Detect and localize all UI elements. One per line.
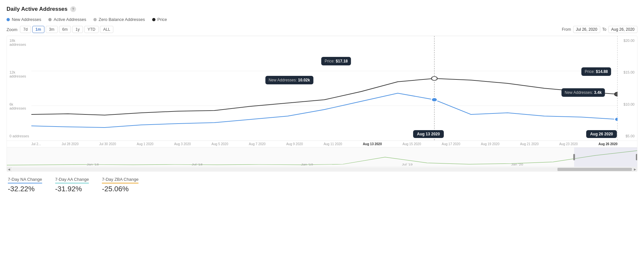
y-right-3: $5.00 (619, 134, 635, 138)
mini-label-jan19: Jan '19 (301, 163, 313, 166)
x-label-6: Aug 7 2020 (249, 142, 266, 146)
chart-svg-area[interactable]: Price: $17.18 New Addresses: 10.02k Pric… (31, 36, 618, 141)
legend-label-active: Active Addresses (54, 17, 86, 22)
scrollbar[interactable]: ◀ ▶ (7, 167, 637, 171)
title-row: Daily Active Addresses ? (7, 6, 637, 12)
zoom-6m[interactable]: 6m (59, 26, 71, 33)
mini-chart[interactable]: Jan '18 Jul '18 Jan '19 Jul '19 Jan '20 (7, 147, 637, 167)
legend-label-zero: Zero Balance Addresses (99, 17, 145, 22)
to-label: To (602, 27, 606, 32)
zoom-3m[interactable]: 3m (46, 26, 58, 33)
mini-chart-svg: Jan '18 Jul '18 Jan '19 Jul '19 Jan '20 (7, 147, 637, 167)
date-tooltip-aug13: Aug 13 2020 (413, 130, 444, 138)
legend-dot-active (48, 18, 52, 21)
legend-active-addresses: Active Addresses (48, 17, 86, 22)
y-axis-right: $20.00 $15.00 $10.00 $5.00 (616, 36, 637, 141)
y-left-0: 18k addresses (9, 39, 30, 46)
x-label-0: Jul 2... (31, 142, 41, 146)
stat-na-change: 7-Day NA Change -32.22% (8, 177, 42, 193)
chart-main: 18k addresses 12k addresses 6k addresses… (7, 36, 637, 141)
zoom-row: Zoom 7d 1m 3m 6m 1y YTD ALL From Jul 26,… (7, 26, 637, 33)
y-right-0: $20.00 (619, 39, 635, 43)
x-label-8: Aug 11 2020 (324, 142, 342, 146)
legend-row: New Addresses Active Addresses Zero Bala… (7, 17, 637, 22)
help-icon[interactable]: ? (70, 6, 76, 12)
date-from[interactable]: Jul 26, 2020 (573, 26, 600, 33)
y-right-1: $15.00 (619, 70, 635, 74)
from-label: From (562, 27, 571, 32)
x-label-15: Aug 26 2020 (598, 142, 617, 146)
mini-label-jan20: Jan '20 (511, 163, 523, 166)
legend-label-new: New Addresses (12, 17, 41, 22)
addr-dot-aug13 (431, 98, 437, 102)
x-label-3: Aug 1 2020 (137, 142, 153, 146)
new-addresses-line (31, 93, 618, 128)
scroll-right-button[interactable]: ▶ (633, 167, 637, 172)
zoom-controls: Zoom 7d 1m 3m 6m 1y YTD ALL (7, 26, 113, 33)
zoom-1m[interactable]: 1m (32, 26, 44, 33)
stat-na-value: -32.22% (8, 185, 42, 193)
zoom-all[interactable]: ALL (100, 26, 113, 33)
x-label-11: Aug 17 2020 (442, 142, 460, 146)
x-label-7: Aug 9 2020 (286, 142, 303, 146)
legend-dot-new (7, 18, 10, 21)
y-axis-left: 18k addresses 12k addresses 6k addresses… (7, 36, 33, 141)
stat-aa-label: 7-Day AA Change (55, 177, 89, 183)
price-dot-aug26 (615, 92, 618, 96)
stat-aa-value: -31.92% (55, 185, 89, 193)
stat-aa-change: 7-Day AA Change -31.92% (55, 177, 89, 193)
stat-zba-value: -25.06% (102, 185, 138, 193)
chart-area: 18k addresses 12k addresses 6k addresses… (7, 36, 637, 172)
y-left-1: 12k addresses (9, 70, 30, 78)
price-dot-aug13 (431, 77, 437, 80)
date-range: From Jul 26, 2020 To Aug 26, 2020 (562, 26, 637, 33)
mini-selection (574, 147, 637, 167)
y-left-2: 6k addresses (9, 102, 30, 110)
mini-handle-right[interactable] (636, 154, 637, 161)
chart-svg (31, 36, 618, 141)
x-label-9: Aug 13 2020 (363, 142, 382, 146)
x-label-14: Aug 23 2020 (559, 142, 578, 146)
date-to[interactable]: Aug 26, 2020 (608, 26, 637, 33)
stats-row: 7-Day NA Change -32.22% 7-Day AA Change … (7, 172, 637, 196)
x-label-5: Aug 5 2020 (212, 142, 228, 146)
stat-na-label: 7-Day NA Change (8, 177, 42, 183)
legend-dot-zero (93, 18, 97, 21)
main-container: Daily Active Addresses ? New Addresses A… (0, 0, 644, 202)
legend-dot-price (152, 18, 155, 21)
zoom-1y[interactable]: 1y (72, 26, 83, 33)
addr-dot-aug26 (615, 117, 618, 121)
stat-zba-change: 7-Day ZBA Change -25.06% (102, 177, 138, 193)
legend-price: Price (152, 17, 167, 22)
x-label-1: Jul 28 2020 (62, 142, 79, 146)
x-axis: Jul 2... Jul 28 2020 Jul 30 2020 Aug 1 2… (7, 141, 637, 147)
legend-label-price: Price (157, 17, 167, 22)
mini-label-jul18: Jul '18 (192, 163, 202, 166)
x-label-10: Aug 15 2020 (403, 142, 421, 146)
scroll-left-button[interactable]: ◀ (7, 167, 11, 172)
legend-new-addresses: New Addresses (7, 17, 41, 22)
x-label-2: Jul 30 2020 (99, 142, 116, 146)
y-left-3: 0 addresses (9, 134, 30, 138)
mini-handle-left[interactable] (573, 154, 575, 161)
scroll-thumb[interactable] (557, 168, 632, 171)
x-label-13: Aug 21 2020 (520, 142, 539, 146)
legend-zero-balance: Zero Balance Addresses (93, 17, 145, 22)
date-tooltip-aug26: Aug 26 2020 (586, 130, 617, 138)
stat-zba-label: 7-Day ZBA Change (102, 177, 138, 183)
mini-label-jul19: Jul '19 (402, 163, 412, 166)
zoom-7d[interactable]: 7d (20, 26, 31, 33)
mini-label-jan18: Jan '18 (87, 163, 99, 166)
x-label-4: Aug 3 2020 (174, 142, 191, 146)
mini-line (7, 151, 637, 165)
zoom-label: Zoom (7, 27, 17, 32)
y-right-2: $10.00 (619, 102, 635, 106)
x-label-12: Aug 19 2020 (481, 142, 499, 146)
scroll-track[interactable] (12, 168, 632, 171)
page-title: Daily Active Addresses (7, 6, 68, 12)
zoom-ytd[interactable]: YTD (84, 26, 99, 33)
